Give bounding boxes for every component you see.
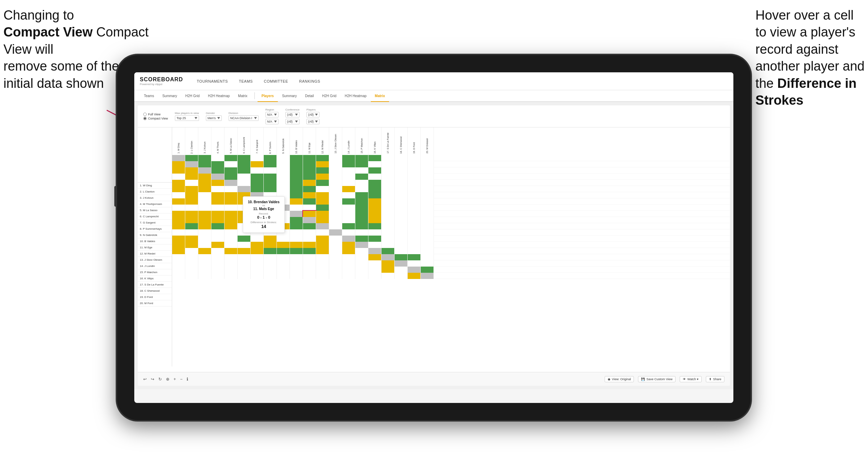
cell-17-17[interactable] bbox=[381, 254, 395, 260]
cell-16-12[interactable] bbox=[316, 248, 329, 254]
cell-5-9[interactable] bbox=[277, 180, 290, 186]
cell-7-19[interactable] bbox=[408, 192, 421, 198]
cell-8-10[interactable] bbox=[290, 198, 303, 205]
cell-18-7[interactable] bbox=[251, 260, 264, 267]
cell-9-20[interactable] bbox=[421, 205, 434, 211]
cell-7-15[interactable] bbox=[355, 192, 368, 198]
cell-1-7[interactable] bbox=[251, 155, 264, 161]
players-select-2[interactable]: (All) bbox=[306, 119, 320, 124]
cell-1-4[interactable] bbox=[211, 155, 224, 161]
cell-1-11[interactable] bbox=[303, 155, 316, 161]
cell-8-19[interactable] bbox=[408, 198, 421, 205]
cell-19-11[interactable] bbox=[303, 267, 316, 273]
cell-12-11[interactable] bbox=[303, 223, 316, 229]
cell-4-13[interactable] bbox=[329, 174, 342, 180]
cell-2-4[interactable] bbox=[211, 161, 224, 167]
undo-icon[interactable]: ↩ bbox=[143, 377, 147, 382]
cell-6-1[interactable] bbox=[172, 186, 185, 192]
cell-20-9[interactable] bbox=[277, 273, 290, 279]
cell-18-8[interactable] bbox=[264, 260, 277, 267]
cell-14-15[interactable] bbox=[355, 236, 368, 242]
cell-18-20[interactable] bbox=[421, 260, 434, 267]
cell-4-14[interactable] bbox=[342, 174, 355, 180]
cell-10-14[interactable] bbox=[342, 211, 355, 217]
cell-16-6[interactable] bbox=[238, 248, 251, 254]
cell-17-16[interactable] bbox=[368, 254, 381, 260]
players-select-1[interactable]: (All) bbox=[306, 112, 320, 117]
cell-5-18[interactable] bbox=[395, 180, 408, 186]
cell-13-1[interactable] bbox=[172, 229, 185, 236]
cell-20-2[interactable] bbox=[185, 273, 198, 279]
cell-12-14[interactable] bbox=[342, 223, 355, 229]
cell-16-3[interactable] bbox=[198, 248, 211, 254]
cell-16-11[interactable] bbox=[303, 248, 316, 254]
cell-16-13[interactable] bbox=[329, 248, 342, 254]
cell-2-2[interactable] bbox=[185, 161, 198, 167]
cell-11-4[interactable] bbox=[211, 217, 224, 223]
cell-9-11[interactable] bbox=[303, 205, 316, 211]
cell-5-15[interactable] bbox=[355, 180, 368, 186]
cell-20-19[interactable] bbox=[408, 273, 421, 279]
cell-3-17[interactable] bbox=[381, 167, 395, 174]
cell-7-1[interactable] bbox=[172, 192, 185, 198]
nav-teams[interactable]: TEAMS bbox=[239, 79, 253, 83]
cell-8-17[interactable] bbox=[381, 198, 395, 205]
cell-9-2[interactable] bbox=[185, 205, 198, 211]
cell-16-10[interactable] bbox=[290, 248, 303, 254]
cell-16-20[interactable] bbox=[421, 248, 434, 254]
cell-17-18[interactable] bbox=[395, 254, 408, 260]
cell-8-14[interactable] bbox=[342, 198, 355, 205]
cell-19-18[interactable] bbox=[395, 267, 408, 273]
cell-5-5[interactable] bbox=[224, 180, 238, 186]
cell-18-15[interactable] bbox=[355, 260, 368, 267]
cell-16-7[interactable] bbox=[251, 248, 264, 254]
cell-4-18[interactable] bbox=[395, 174, 408, 180]
cell-13-15[interactable] bbox=[355, 229, 368, 236]
cell-9-19[interactable] bbox=[408, 205, 421, 211]
cell-8-5[interactable] bbox=[224, 198, 238, 205]
cell-1-18[interactable] bbox=[395, 155, 408, 161]
cell-16-14[interactable] bbox=[342, 248, 355, 254]
cell-17-14[interactable] bbox=[342, 254, 355, 260]
cell-11-15[interactable] bbox=[355, 217, 368, 223]
redo-icon[interactable]: ↻ bbox=[158, 377, 162, 382]
cell-6-18[interactable] bbox=[395, 186, 408, 192]
cell-13-3[interactable] bbox=[198, 229, 211, 236]
cell-2-19[interactable] bbox=[408, 161, 421, 167]
cell-6-8[interactable] bbox=[264, 186, 277, 192]
cell-2-1[interactable] bbox=[172, 161, 185, 167]
cell-14-16[interactable] bbox=[368, 236, 381, 242]
cell-3-3[interactable] bbox=[198, 167, 211, 174]
cell-1-5[interactable] bbox=[224, 155, 238, 161]
cell-16-8[interactable] bbox=[264, 248, 277, 254]
cell-5-10[interactable] bbox=[290, 180, 303, 186]
cell-20-14[interactable] bbox=[342, 273, 355, 279]
cell-20-16[interactable] bbox=[368, 273, 381, 279]
cell-17-10[interactable] bbox=[290, 254, 303, 260]
cell-4-4[interactable] bbox=[211, 174, 224, 180]
cell-11-2[interactable] bbox=[185, 217, 198, 223]
cell-10-5[interactable] bbox=[224, 211, 238, 217]
cell-10-16[interactable] bbox=[368, 211, 381, 217]
cell-11-13[interactable] bbox=[329, 217, 342, 223]
division-select[interactable]: NCAA Division I bbox=[229, 115, 259, 121]
cell-18-14[interactable] bbox=[342, 260, 355, 267]
cell-12-20[interactable] bbox=[421, 223, 434, 229]
cell-2-10[interactable] bbox=[290, 161, 303, 167]
cell-2-16[interactable] bbox=[368, 161, 381, 167]
cell-16-5[interactable] bbox=[224, 248, 238, 254]
cell-19-9[interactable] bbox=[277, 267, 290, 273]
cell-8-16[interactable] bbox=[368, 198, 381, 205]
cell-5-16[interactable] bbox=[368, 180, 381, 186]
cell-5-13[interactable] bbox=[329, 180, 342, 186]
cell-3-12[interactable] bbox=[316, 167, 329, 174]
cell-6-17[interactable] bbox=[381, 186, 395, 192]
cell-8-15[interactable] bbox=[355, 198, 368, 205]
cell-18-4[interactable] bbox=[211, 260, 224, 267]
tab-players[interactable]: Players bbox=[258, 90, 278, 102]
view-original-btn[interactable]: ◉ View: Original bbox=[605, 376, 634, 382]
info-icon[interactable]: ℹ bbox=[187, 377, 188, 382]
cell-17-9[interactable] bbox=[277, 254, 290, 260]
cell-17-7[interactable] bbox=[251, 254, 264, 260]
cell-18-2[interactable] bbox=[185, 260, 198, 267]
